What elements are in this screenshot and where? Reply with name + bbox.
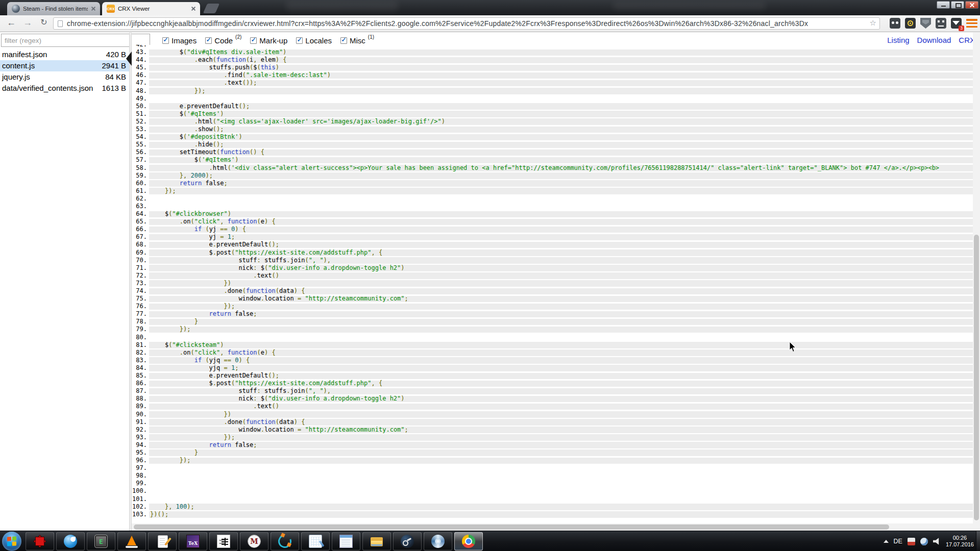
code-text: $('#qItems') <box>150 110 224 118</box>
tray-network-icon[interactable] <box>920 538 928 545</box>
taskbar-icon-steam[interactable] <box>393 532 422 550</box>
link-download[interactable]: Download <box>917 36 951 44</box>
file-row[interactable]: jquery.js84 KB <box>0 71 129 83</box>
code-line: 47. .text()); <box>132 79 973 87</box>
reload-icon[interactable]: ↻ <box>38 17 50 27</box>
omnibox[interactable]: chrome-extension://jifpbeccnghkjeaalbbjm… <box>53 17 880 30</box>
extension-recorder-icon[interactable] <box>905 18 916 29</box>
checkbox-icon[interactable] <box>296 37 303 44</box>
line-number: 94. <box>132 441 147 449</box>
checkbox-icon[interactable] <box>250 37 257 44</box>
line-background <box>149 357 973 364</box>
maximize-button[interactable] <box>951 1 964 9</box>
new-tab-button[interactable] <box>203 4 219 13</box>
checkbox-label[interactable]: Code <box>214 36 233 45</box>
taskbar-icon-miktex[interactable] <box>240 532 268 550</box>
bookmark-star-icon[interactable]: ☆ <box>870 18 876 28</box>
tab-close-icon[interactable] <box>190 6 197 12</box>
tab-crx-viewer[interactable]: CRX CRX Viewer <box>102 2 200 15</box>
filter-checkbox-mark-up[interactable]: Mark-up <box>250 36 287 45</box>
tab-close-icon[interactable] <box>90 6 96 12</box>
windows-explorer-icon <box>370 535 383 548</box>
horizontal-scrollbar-thumb[interactable] <box>134 524 889 530</box>
tray-volume-icon[interactable] <box>933 538 941 545</box>
clock-time: 00:26 <box>946 535 974 542</box>
line-background <box>149 311 973 318</box>
file-size: 420 B <box>106 49 126 60</box>
horizontal-scrollbar[interactable] <box>132 523 973 531</box>
checkbox-label[interactable]: Misc <box>350 36 365 45</box>
tab-steam[interactable]: Steam - Find stolen items <box>7 2 100 15</box>
taskbar-icon-calculator-notes[interactable] <box>301 532 330 550</box>
code-text: yjq = 1; <box>150 364 238 372</box>
extension-imagus-icon[interactable] <box>890 18 900 29</box>
sidebar-collapse-icon[interactable] <box>126 52 132 66</box>
checkbox-icon[interactable] <box>205 37 212 44</box>
checkbox-icon[interactable] <box>162 37 169 44</box>
file-row[interactable]: data/verified_contents.json1613 B <box>0 83 129 94</box>
code-line: 103.})(); <box>132 511 973 518</box>
system-tray: DE 00:26 17.07.2016 <box>884 531 974 551</box>
code-line: 57. $('#qItems') <box>132 156 973 164</box>
url-text[interactable]: chrome-extension://jifpbeccnghkjeaalbbjm… <box>67 18 865 29</box>
filter-input[interactable] <box>1 34 150 47</box>
clock-date: 17.07.2016 <box>946 541 974 548</box>
taskbar-icon-thunderbird[interactable] <box>56 532 85 550</box>
line-number: 84. <box>132 364 147 372</box>
hidden-icons-arrow-icon[interactable] <box>884 540 889 543</box>
taskbar-icon-red-burst-app[interactable] <box>26 532 54 550</box>
taskbar-icon-chinese-dictionary[interactable] <box>209 532 238 550</box>
line-number: 101. <box>132 495 147 503</box>
forward-icon[interactable]: → <box>21 17 34 28</box>
code-line: 97. <box>132 464 973 472</box>
taskbar-icon-vlc[interactable] <box>117 532 146 550</box>
line-number: 98. <box>132 472 147 480</box>
taskbar-clock[interactable]: 00:26 17.07.2016 <box>946 535 974 548</box>
minimize-button[interactable] <box>937 1 950 9</box>
filter-checkbox-code[interactable]: Code(2) <box>205 36 241 45</box>
code-text: $('#qItems') <box>150 156 238 164</box>
filter-checkbox-locales[interactable]: Locales <box>296 36 332 45</box>
chrome-menu-icon[interactable] <box>966 19 977 28</box>
vertical-scrollbar-thumb[interactable] <box>974 235 979 520</box>
extension-mail-icon[interactable]: 3 <box>951 18 962 29</box>
taskbar-icon-sync-tool[interactable] <box>271 532 299 550</box>
code-line: 79. }); <box>132 325 973 333</box>
line-background <box>149 149 973 156</box>
taskbar-icon-windows-explorer[interactable] <box>362 532 391 550</box>
file-name: content.js <box>2 61 35 70</box>
taskbar-icon-text-editor[interactable] <box>148 532 177 550</box>
taskbar-icon-mobile-emulator[interactable] <box>87 532 115 550</box>
line-number: 60. <box>132 180 147 187</box>
file-row[interactable]: manifest.json420 B <box>0 49 129 60</box>
line-background <box>149 211 973 218</box>
keyboard-language-indicator[interactable]: DE <box>894 538 902 545</box>
taskbar-icon-latex-editor[interactable] <box>179 532 207 550</box>
code-text: .done(function(data) { <box>150 287 305 295</box>
checkbox-icon[interactable] <box>340 37 347 44</box>
start-button[interactable] <box>2 532 21 551</box>
taskbar-icon-chrome[interactable] <box>454 532 483 550</box>
show-desktop-button[interactable] <box>976 531 980 551</box>
close-button[interactable] <box>965 1 978 9</box>
code-text: .find(".sale-item-desc:last") <box>150 71 331 79</box>
link-listing[interactable]: Listing <box>887 36 909 44</box>
taskbar-icon-notepad[interactable] <box>332 532 360 550</box>
back-icon[interactable]: ← <box>5 17 17 28</box>
filter-checkbox-images[interactable]: Images <box>162 36 197 45</box>
checkbox-label[interactable]: Mark-up <box>259 36 287 45</box>
checkbox-label[interactable]: Locales <box>305 36 332 45</box>
code-line: 55. .hide(); <box>132 141 973 148</box>
line-number: 69. <box>132 249 147 257</box>
checkbox-label[interactable]: Images <box>172 36 197 45</box>
extension-robot-icon[interactable] <box>936 18 946 29</box>
file-row[interactable]: content.js2941 B <box>0 60 129 71</box>
tray-flag-icon[interactable] <box>908 538 915 545</box>
taskbar-icon-media-player[interactable] <box>424 532 452 550</box>
filter-checkbox-misc[interactable]: Misc(1) <box>340 36 374 45</box>
extension-ublock-icon[interactable] <box>920 18 931 29</box>
code-line: 98. <box>132 472 973 480</box>
line-background <box>149 180 973 187</box>
vertical-scrollbar[interactable] <box>973 33 980 523</box>
code-line: 90. }) <box>132 411 973 418</box>
